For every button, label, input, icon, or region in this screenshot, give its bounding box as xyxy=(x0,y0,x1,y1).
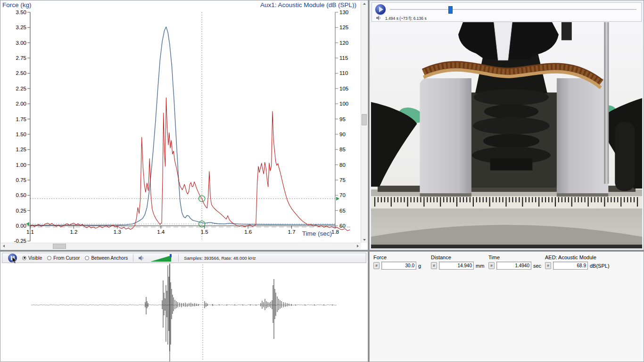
svg-text:2.50: 2.50 xyxy=(16,70,26,76)
radio-label: Between Anchors xyxy=(91,255,128,261)
video-play-button[interactable] xyxy=(375,4,386,15)
volume-slider[interactable] xyxy=(149,254,173,262)
video-time-label: 1.494 s (~73 f); 6.136 s xyxy=(385,16,427,21)
chart-title-acoustic-axis: Aux1: Acoustic Module (dB (SPL)) xyxy=(260,1,356,8)
chart-panel: 3.503.253.002.752.502.252.001.751.501.25… xyxy=(0,0,368,250)
frame-rod xyxy=(604,22,609,184)
scroll-right-button[interactable] xyxy=(355,243,361,249)
svg-text:-0.25: -0.25 xyxy=(14,238,26,243)
distance-unit-label: mm xyxy=(476,263,484,269)
video-player-controls: 1.494 s (~73 f); 6.136 s xyxy=(372,2,642,22)
radio-between-anchors[interactable]: Between Anchors xyxy=(85,255,128,261)
time-hash-button[interactable]: # xyxy=(488,262,495,269)
application-window: 3.503.253.002.752.502.252.001.751.501.25… xyxy=(0,0,644,362)
waveform-spikes xyxy=(145,264,332,351)
radio-visible[interactable]: Visible xyxy=(22,255,42,261)
chevron-up-icon xyxy=(363,3,366,5)
volume-wedge-icon xyxy=(150,255,171,262)
volume-thumb[interactable] xyxy=(170,254,172,257)
readout-acoustic: AED: Acoustic Module # 68.9 dB(SPL) xyxy=(545,255,639,270)
svg-text:65: 65 xyxy=(339,208,346,214)
svg-text:100: 100 xyxy=(339,101,348,107)
acoustic-value-field[interactable]: 68.9 xyxy=(553,262,588,270)
chart-x-axis-label: Time (sec) xyxy=(302,230,332,237)
vertical-scroll-thumb[interactable] xyxy=(362,114,367,125)
mouse-cursor-pointer xyxy=(12,257,17,264)
force-cursor-marker xyxy=(199,221,205,227)
svg-text:1.00: 1.00 xyxy=(16,162,26,168)
readout-time: Time # 1.4940 sec xyxy=(488,255,543,270)
radio-from-cursor[interactable]: From Cursor xyxy=(47,255,80,261)
chart-title-force-axis: Force (kg) xyxy=(2,1,32,8)
separator xyxy=(133,254,133,262)
svg-text:1.2: 1.2 xyxy=(70,229,77,235)
video-seek-thumb[interactable] xyxy=(448,6,453,14)
svg-text:85: 85 xyxy=(339,147,346,152)
svg-text:90: 90 xyxy=(339,132,346,137)
svg-text:2.25: 2.25 xyxy=(16,86,26,91)
svg-text:0.00: 0.00 xyxy=(16,223,26,229)
svg-text:2.00: 2.00 xyxy=(16,101,26,107)
left-anchor-arrow-icon xyxy=(26,222,29,226)
acoustic-unit-label: dB(SPL) xyxy=(590,263,610,269)
seek-track xyxy=(390,9,636,10)
svg-text:1.1: 1.1 xyxy=(26,229,34,235)
time-value-field[interactable]: 1.4940 xyxy=(496,262,531,270)
right-anchor-arrow-icon xyxy=(336,197,339,200)
svg-text:1.50: 1.50 xyxy=(16,132,26,137)
chart-vertical-scrollbar[interactable] xyxy=(361,1,367,243)
video-panel: 1.494 s (~73 f); 6.136 s xyxy=(369,0,644,250)
audio-waveform[interactable] xyxy=(1,263,367,362)
horizontal-scroll-thumb[interactable] xyxy=(53,244,66,249)
svg-text:0.50: 0.50 xyxy=(16,192,26,198)
acoustic-series-line xyxy=(30,98,350,230)
time-unit-label: sec xyxy=(533,263,541,269)
distance-value-field[interactable]: 14.940 xyxy=(439,262,474,270)
play-icon xyxy=(379,7,383,12)
texture-analyzer-scene xyxy=(371,22,642,248)
svg-text:3.25: 3.25 xyxy=(16,25,26,30)
svg-text:1.75: 1.75 xyxy=(16,116,26,122)
radio-selected-icon xyxy=(22,256,26,260)
speaker-icon xyxy=(139,255,144,261)
video-frame xyxy=(371,22,642,248)
force-value-field[interactable]: 30.0 xyxy=(381,262,416,270)
chevron-down-icon xyxy=(363,239,366,241)
speaker-icon xyxy=(376,16,381,20)
svg-text:1.25: 1.25 xyxy=(16,147,26,152)
readout-label: Force xyxy=(373,255,428,260)
audio-panel: Visible From Cursor Between Anchors Samp… xyxy=(0,251,368,362)
svg-text:60: 60 xyxy=(339,223,346,229)
svg-text:80: 80 xyxy=(339,162,346,168)
radio-label: Visible xyxy=(28,255,42,261)
svg-text:125: 125 xyxy=(339,25,348,30)
video-seek-slider[interactable] xyxy=(390,6,636,13)
readout-label: Time xyxy=(488,255,543,260)
svg-text:3.50: 3.50 xyxy=(16,9,26,15)
waveform-baseline xyxy=(31,304,337,305)
separator xyxy=(178,254,179,262)
scroll-down-button[interactable] xyxy=(361,237,367,243)
acoustic-hash-button[interactable]: # xyxy=(545,262,551,269)
audio-info-label: Samples: 393566, Rate: 48.000 kHz xyxy=(184,255,256,261)
readouts-panel: Force # 30.0 g Distance # 14.940 mm Time… xyxy=(369,251,644,362)
svg-text:1.6: 1.6 xyxy=(244,229,252,235)
radio-unselected-icon xyxy=(47,256,51,260)
force-hash-button[interactable]: # xyxy=(373,262,380,269)
chevron-left-icon xyxy=(3,245,5,247)
svg-text:1.3: 1.3 xyxy=(114,229,121,235)
svg-text:95: 95 xyxy=(339,116,346,122)
svg-text:75: 75 xyxy=(339,177,346,183)
scroll-up-button[interactable] xyxy=(361,1,367,7)
svg-text:105: 105 xyxy=(339,86,348,91)
svg-text:3.00: 3.00 xyxy=(16,40,26,46)
radio-label: From Cursor xyxy=(53,255,80,261)
scroll-left-button[interactable] xyxy=(1,243,7,249)
readout-label: Distance xyxy=(431,255,486,260)
distance-hash-button[interactable]: # xyxy=(431,262,437,269)
readout-force: Force # 30.0 g xyxy=(373,255,428,270)
force-acoustic-chart[interactable]: 3.503.253.002.752.502.252.001.751.501.25… xyxy=(0,0,361,243)
svg-text:1.4: 1.4 xyxy=(157,229,165,235)
chart-horizontal-scrollbar[interactable] xyxy=(1,243,361,249)
svg-text:115: 115 xyxy=(339,55,348,61)
